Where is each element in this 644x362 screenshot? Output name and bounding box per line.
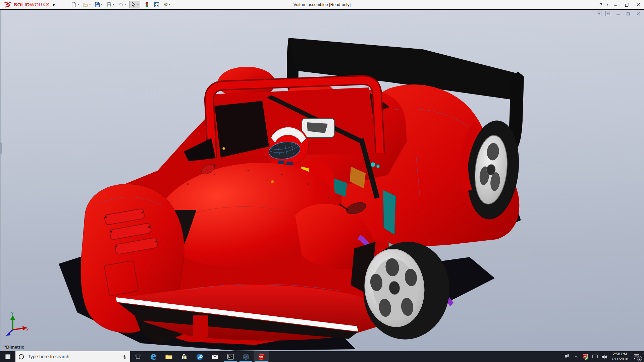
svg-text:2017: 2017 [260, 358, 263, 360]
microphone-icon[interactable] [122, 354, 127, 360]
dropdown-caret-icon[interactable]: ▾ [124, 3, 126, 6]
window-title: Voiture assemblee [Read-only] [293, 0, 351, 9]
save-button[interactable]: ▾ [94, 2, 102, 8]
people-button[interactable] [562, 351, 572, 362]
select-tool-button[interactable]: ▾ [129, 1, 140, 8]
search-input[interactable] [28, 354, 118, 359]
minimize-button[interactable] [610, 0, 621, 9]
document-window-controls [596, 11, 641, 16]
feature-pane-handle[interactable] [0, 142, 2, 154]
wrench-tool-icon [196, 353, 204, 361]
mail-button[interactable] [207, 351, 223, 362]
rebuild-button[interactable] [144, 2, 150, 8]
solidworks-app-icon: SW 2017 [257, 353, 266, 361]
tray-clock[interactable]: 2:58 PM 7/11/2018 [609, 352, 631, 362]
dropdown-caret-icon[interactable]: ▾ [89, 3, 91, 6]
solidworks-app-button[interactable]: SW 2017 [254, 351, 269, 362]
pane-right-button[interactable] [605, 11, 611, 16]
restore-button[interactable] [621, 0, 633, 9]
dropdown-caret-icon[interactable]: ▾ [169, 3, 170, 6]
select-cursor-icon [130, 2, 137, 8]
people-icon [564, 353, 570, 360]
system-tray: SW 2:58 PM 7/11/2018 [562, 351, 644, 362]
mail-icon [211, 353, 219, 360]
file-properties-icon [154, 2, 160, 8]
file-explorer-icon [165, 353, 173, 361]
volume-button[interactable] [600, 351, 609, 362]
minimize-icon [613, 3, 618, 7]
doc-restore-icon [626, 11, 631, 16]
view-orientation-label: *Dimetric [4, 345, 24, 350]
clock-date: 7/11/2018 [611, 357, 628, 362]
dropdown-caret-icon[interactable]: ▾ [101, 3, 102, 6]
svg-text:SW: SW [259, 355, 263, 358]
windows-taskbar: C:\_ SW 2017 [0, 351, 644, 362]
dropdown-caret-icon[interactable]: ▾ [113, 3, 114, 6]
car-body [81, 67, 524, 345]
pane-left-icon [597, 12, 600, 15]
feature-pane-splitter[interactable] [0, 10, 1, 351]
solidworks-window: SOLIDWORKS ▶ ▾ ▾ [0, 0, 644, 362]
windows-logo-icon [5, 354, 11, 360]
triad-x-label: X [26, 328, 29, 332]
chevron-up-icon [574, 354, 579, 359]
command-prompt-icon: C:\_ [227, 353, 234, 361]
hexagon-app-icon [242, 353, 250, 361]
clock-time: 2:58 PM [611, 352, 628, 357]
hexagon-app-button[interactable] [238, 351, 254, 362]
start-button[interactable] [0, 351, 15, 362]
options-button[interactable]: ⚙ ▾ [163, 2, 170, 7]
taskbar-search[interactable] [15, 351, 130, 362]
edge-button[interactable] [146, 351, 161, 362]
new-document-button[interactable]: ▾ [71, 2, 79, 8]
store-icon [180, 353, 188, 360]
restore-icon [625, 3, 629, 7]
pane-left-button[interactable] [596, 11, 601, 16]
print-button[interactable]: ▾ [106, 2, 114, 8]
cortana-icon [18, 354, 24, 360]
dropdown-caret-icon[interactable]: ▾ [137, 3, 139, 6]
car-model-render[interactable] [0, 10, 644, 351]
rebuild-traffic-light-icon [144, 2, 150, 8]
doc-minimize-button[interactable] [615, 12, 621, 16]
doc-minimize-icon [616, 12, 620, 16]
sw-shield-check-icon: SW [582, 353, 589, 360]
close-icon [636, 3, 640, 7]
doc-restore-button[interactable] [625, 11, 631, 16]
print-icon [106, 2, 112, 8]
help-button[interactable]: ? [596, 0, 605, 9]
open-button[interactable]: ▾ [83, 2, 91, 8]
dropdown-caret-icon[interactable]: ▾ [77, 3, 79, 6]
file-properties-button[interactable] [154, 2, 160, 8]
network-button[interactable] [590, 351, 600, 362]
doc-close-icon [636, 12, 640, 16]
volume-icon [601, 353, 608, 360]
quick-access-toolbar: ▾ ▾ ▾ [71, 1, 170, 8]
doc-close-button[interactable] [635, 12, 641, 16]
help-caret-icon[interactable]: ▾ [605, 0, 610, 9]
store-button[interactable] [176, 351, 192, 362]
open-icon [83, 2, 89, 8]
menu-expand-arrow[interactable]: ▶ [53, 3, 56, 6]
file-explorer-button[interactable] [161, 351, 176, 362]
triad-y-label: Y [11, 312, 14, 316]
task-view-button[interactable] [130, 351, 146, 362]
command-prompt-button[interactable]: C:\_ [223, 351, 238, 362]
edge-icon [150, 353, 157, 361]
close-button[interactable] [633, 0, 644, 9]
action-center-button[interactable]: 2 [631, 351, 642, 362]
notification-badge: 2 [637, 356, 642, 361]
graphics-viewport[interactable]: Y X *Dimetric [0, 10, 644, 351]
orientation-triad: Y X [4, 312, 30, 338]
solidworks-logo: SOLIDWORKS [0, 2, 52, 8]
tool-app-button[interactable] [192, 351, 207, 362]
options-gear-icon: ⚙ [163, 2, 168, 7]
new-document-icon [71, 2, 77, 8]
solidworks-monitor-tray[interactable]: SW [581, 351, 590, 362]
hidden-icons-button[interactable] [572, 351, 581, 362]
network-icon [592, 353, 598, 360]
undo-button[interactable]: ▾ [118, 2, 126, 8]
title-bar: SOLIDWORKS ▶ ▾ ▾ [0, 0, 644, 9]
ds-logo-icon [3, 2, 12, 8]
task-view-icon [135, 353, 142, 360]
